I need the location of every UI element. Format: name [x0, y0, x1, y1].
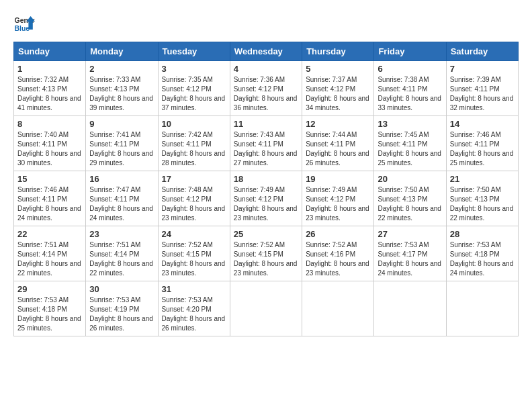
weekday-header-sunday: Sunday — [14, 42, 86, 61]
weekday-header-friday: Friday — [374, 42, 446, 61]
weekday-header-row: SundayMondayTuesdayWednesdayThursdayFrid… — [14, 42, 519, 61]
calendar-cell: 5Sunrise: 7:37 AMSunset: 4:12 PMDaylight… — [302, 61, 374, 116]
day-number: 3 — [162, 64, 226, 74]
day-info: Sunrise: 7:53 AMSunset: 4:20 PMDaylight:… — [162, 295, 226, 333]
day-info: Sunrise: 7:49 AMSunset: 4:12 PMDaylight:… — [306, 185, 370, 223]
week-row-4: 22Sunrise: 7:51 AMSunset: 4:14 PMDayligh… — [14, 226, 519, 281]
calendar-cell: 26Sunrise: 7:52 AMSunset: 4:16 PMDayligh… — [302, 226, 374, 281]
day-number: 9 — [89, 119, 154, 129]
day-number: 31 — [162, 284, 226, 294]
day-number: 28 — [450, 229, 515, 239]
day-number: 25 — [234, 229, 298, 239]
day-info: Sunrise: 7:43 AMSunset: 4:11 PMDaylight:… — [234, 130, 298, 168]
calendar-cell: 19Sunrise: 7:49 AMSunset: 4:12 PMDayligh… — [302, 171, 374, 226]
calendar-cell: 7Sunrise: 7:39 AMSunset: 4:11 PMDaylight… — [446, 61, 518, 116]
day-number: 19 — [306, 174, 370, 184]
day-number: 8 — [17, 119, 82, 129]
day-info: Sunrise: 7:41 AMSunset: 4:11 PMDaylight:… — [89, 130, 154, 168]
day-info: Sunrise: 7:39 AMSunset: 4:11 PMDaylight:… — [450, 75, 515, 113]
day-number: 18 — [234, 174, 298, 184]
calendar-cell: 23Sunrise: 7:51 AMSunset: 4:14 PMDayligh… — [86, 226, 158, 281]
day-number: 2 — [89, 64, 154, 74]
calendar-cell: 3Sunrise: 7:35 AMSunset: 4:12 PMDaylight… — [158, 61, 230, 116]
day-number: 13 — [378, 119, 442, 129]
day-info: Sunrise: 7:40 AMSunset: 4:11 PMDaylight:… — [17, 130, 82, 168]
calendar-cell: 8Sunrise: 7:40 AMSunset: 4:11 PMDaylight… — [14, 116, 86, 171]
day-info: Sunrise: 7:51 AMSunset: 4:14 PMDaylight:… — [89, 240, 154, 278]
day-info: Sunrise: 7:37 AMSunset: 4:12 PMDaylight:… — [306, 75, 370, 113]
day-number: 4 — [234, 64, 298, 74]
week-row-1: 1Sunrise: 7:32 AMSunset: 4:13 PMDaylight… — [14, 61, 519, 116]
day-info: Sunrise: 7:53 AMSunset: 4:19 PMDaylight:… — [89, 295, 154, 333]
calendar-cell: 31Sunrise: 7:53 AMSunset: 4:20 PMDayligh… — [158, 281, 230, 336]
day-info: Sunrise: 7:45 AMSunset: 4:11 PMDaylight:… — [378, 130, 442, 168]
day-info: Sunrise: 7:50 AMSunset: 4:13 PMDaylight:… — [450, 185, 515, 223]
day-info: Sunrise: 7:51 AMSunset: 4:14 PMDaylight:… — [17, 240, 82, 278]
calendar-cell: 6Sunrise: 7:38 AMSunset: 4:11 PMDaylight… — [374, 61, 446, 116]
day-number: 22 — [17, 229, 82, 239]
day-number: 7 — [450, 64, 515, 74]
calendar-cell: 15Sunrise: 7:46 AMSunset: 4:11 PMDayligh… — [14, 171, 86, 226]
calendar-cell: 22Sunrise: 7:51 AMSunset: 4:14 PMDayligh… — [14, 226, 86, 281]
day-info: Sunrise: 7:52 AMSunset: 4:15 PMDaylight:… — [234, 240, 298, 278]
week-row-3: 15Sunrise: 7:46 AMSunset: 4:11 PMDayligh… — [14, 171, 519, 226]
day-info: Sunrise: 7:52 AMSunset: 4:16 PMDaylight:… — [306, 240, 370, 278]
calendar-cell — [446, 281, 518, 336]
day-info: Sunrise: 7:33 AMSunset: 4:13 PMDaylight:… — [89, 75, 154, 113]
calendar-cell: 12Sunrise: 7:44 AMSunset: 4:11 PMDayligh… — [302, 116, 374, 171]
calendar-cell: 20Sunrise: 7:50 AMSunset: 4:13 PMDayligh… — [374, 171, 446, 226]
calendar-cell: 11Sunrise: 7:43 AMSunset: 4:11 PMDayligh… — [230, 116, 302, 171]
day-number: 6 — [378, 64, 442, 74]
weekday-header-monday: Monday — [86, 42, 158, 61]
calendar-cell — [230, 281, 302, 336]
day-info: Sunrise: 7:36 AMSunset: 4:12 PMDaylight:… — [234, 75, 298, 113]
logo-icon: General Blue — [13, 13, 35, 35]
day-number: 29 — [17, 284, 82, 294]
calendar-cell: 27Sunrise: 7:53 AMSunset: 4:17 PMDayligh… — [374, 226, 446, 281]
day-info: Sunrise: 7:44 AMSunset: 4:11 PMDaylight:… — [306, 130, 370, 168]
calendar-cell — [374, 281, 446, 336]
calendar-cell: 24Sunrise: 7:52 AMSunset: 4:15 PMDayligh… — [158, 226, 230, 281]
day-number: 30 — [89, 284, 154, 294]
calendar-cell: 21Sunrise: 7:50 AMSunset: 4:13 PMDayligh… — [446, 171, 518, 226]
weekday-header-tuesday: Tuesday — [158, 42, 230, 61]
day-info: Sunrise: 7:50 AMSunset: 4:13 PMDaylight:… — [378, 185, 442, 223]
day-info: Sunrise: 7:53 AMSunset: 4:18 PMDaylight:… — [450, 240, 515, 278]
day-info: Sunrise: 7:49 AMSunset: 4:12 PMDaylight:… — [234, 185, 298, 223]
svg-text:Blue: Blue — [15, 25, 30, 32]
calendar-cell: 17Sunrise: 7:48 AMSunset: 4:12 PMDayligh… — [158, 171, 230, 226]
calendar-cell: 14Sunrise: 7:46 AMSunset: 4:11 PMDayligh… — [446, 116, 518, 171]
logo: General Blue — [13, 13, 38, 35]
calendar-cell: 1Sunrise: 7:32 AMSunset: 4:13 PMDaylight… — [14, 61, 86, 116]
calendar-cell — [302, 281, 374, 336]
calendar-cell: 9Sunrise: 7:41 AMSunset: 4:11 PMDaylight… — [86, 116, 158, 171]
weekday-header-saturday: Saturday — [446, 42, 518, 61]
calendar-cell: 29Sunrise: 7:53 AMSunset: 4:18 PMDayligh… — [14, 281, 86, 336]
day-number: 26 — [306, 229, 370, 239]
calendar-cell: 18Sunrise: 7:49 AMSunset: 4:12 PMDayligh… — [230, 171, 302, 226]
week-row-2: 8Sunrise: 7:40 AMSunset: 4:11 PMDaylight… — [14, 116, 519, 171]
calendar-cell: 13Sunrise: 7:45 AMSunset: 4:11 PMDayligh… — [374, 116, 446, 171]
day-info: Sunrise: 7:46 AMSunset: 4:11 PMDaylight:… — [450, 130, 515, 168]
day-number: 21 — [450, 174, 515, 184]
calendar-cell: 10Sunrise: 7:42 AMSunset: 4:11 PMDayligh… — [158, 116, 230, 171]
day-info: Sunrise: 7:32 AMSunset: 4:13 PMDaylight:… — [17, 75, 82, 113]
day-number: 10 — [162, 119, 226, 129]
day-number: 23 — [89, 229, 154, 239]
day-info: Sunrise: 7:42 AMSunset: 4:11 PMDaylight:… — [162, 130, 226, 168]
day-info: Sunrise: 7:52 AMSunset: 4:15 PMDaylight:… — [162, 240, 226, 278]
weekday-header-wednesday: Wednesday — [230, 42, 302, 61]
weekday-header-thursday: Thursday — [302, 42, 374, 61]
day-info: Sunrise: 7:46 AMSunset: 4:11 PMDaylight:… — [17, 185, 82, 223]
day-info: Sunrise: 7:38 AMSunset: 4:11 PMDaylight:… — [378, 75, 442, 113]
day-number: 14 — [450, 119, 515, 129]
calendar-cell: 25Sunrise: 7:52 AMSunset: 4:15 PMDayligh… — [230, 226, 302, 281]
day-info: Sunrise: 7:47 AMSunset: 4:11 PMDaylight:… — [89, 185, 154, 223]
calendar-cell: 30Sunrise: 7:53 AMSunset: 4:19 PMDayligh… — [86, 281, 158, 336]
day-info: Sunrise: 7:53 AMSunset: 4:17 PMDaylight:… — [378, 240, 442, 278]
day-number: 17 — [162, 174, 226, 184]
week-row-5: 29Sunrise: 7:53 AMSunset: 4:18 PMDayligh… — [14, 281, 519, 336]
day-number: 24 — [162, 229, 226, 239]
day-number: 1 — [17, 64, 82, 74]
day-number: 27 — [378, 229, 442, 239]
